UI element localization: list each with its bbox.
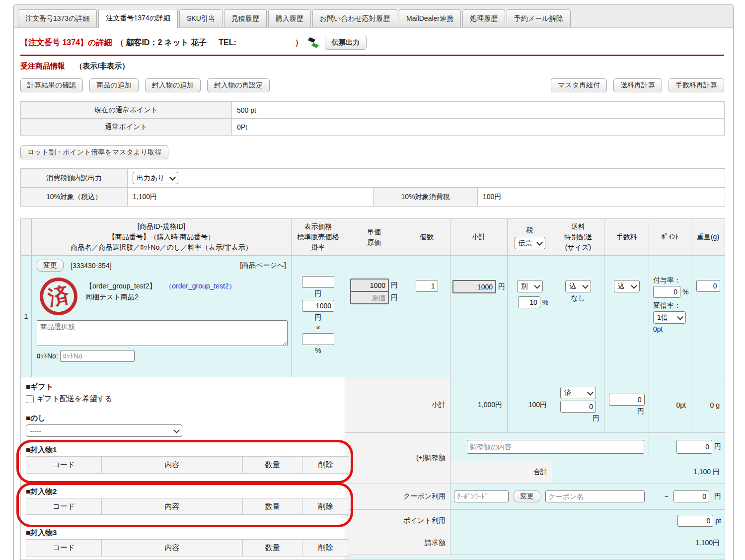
fee-mode-select[interactable]: 込 [614,280,640,292]
lot-no-input[interactable] [60,350,135,362]
tab-quote-history[interactable]: 見積履歴 [224,9,267,27]
cost-input[interactable] [350,291,389,304]
point-multiplier-select[interactable]: 1倍 [653,311,686,324]
master-relink-button[interactable]: マスタ再紐付 [551,78,607,92]
fee-cell: 込 [604,256,649,377]
add-enclosure-button[interactable]: 封入物の追加 [145,78,201,92]
point-use-label: ポイント利用 [345,509,450,532]
adjust-amount-input[interactable] [676,440,712,454]
tab-order-1373[interactable]: 注文番号1373の詳細 [18,9,97,27]
percent-unit: % [542,298,548,306]
enc-content-header: 内容 [102,498,243,515]
col-fee-header: 手数料 [604,219,649,256]
enc-content-header: 内容 [102,540,243,557]
display-toggle[interactable]: （表示/非表示） [75,62,129,70]
yen-unit: 円 [637,407,644,416]
adjustment-input-cell [450,433,649,461]
adjust-content-input[interactable] [467,440,644,454]
customer-info: 顧客ID：2 ネット 花子 [126,38,207,48]
tax-output-value: 出力あり [137,174,165,183]
tab-process-history[interactable]: 処理履歴 [462,9,505,27]
enclosure3-heading: ■封入物3 [26,528,340,538]
table-row: 現在の通常ポイント 500 pt [21,102,725,119]
summary-shipping-cell: 済 円 [552,377,604,433]
tab-inquiry-history[interactable]: お問い合わせ応対履歴 [312,9,397,27]
red-divider [20,55,724,56]
tab-reserve-mail-cancel[interactable]: 予約メール解除 [507,9,571,27]
tab-maildealer[interactable]: MailDealer連携 [399,9,461,27]
chevron-down-icon [587,389,594,396]
yen-unit: 円 [315,313,322,322]
order-group-link[interactable]: （order_group_test2） [165,282,235,290]
chevron-down-icon [582,282,589,289]
unit-price-input[interactable] [350,279,389,292]
rate-input[interactable] [302,333,334,345]
calc-confirm-button[interactable]: 計算結果の確認 [20,78,83,92]
tab-order-1374[interactable]: 注文番号1374の詳細 [98,9,177,28]
coupon-change-button[interactable]: 変更 [514,490,540,502]
partial-row-cell [345,555,725,560]
enc-content-header: 内容 [102,457,243,474]
enc-qty-header: 数量 [243,457,302,474]
coupon-name-input[interactable] [545,490,645,502]
adjustment-label: (±)調整額 [345,433,450,484]
tab-sku[interactable]: SKU引当 [179,9,223,27]
subtotal-input[interactable] [452,280,496,293]
fee-recalc-button[interactable]: 手数料再計算 [669,78,724,92]
tax-output-select[interactable]: 出力あり [133,172,178,184]
lot-master-button[interactable]: ロット割・ポイント倍率をマスタより取得 [20,145,168,159]
option-textarea[interactable] [37,320,288,346]
consumption-tax-value: 100円 [478,188,725,207]
gift-checkbox[interactable] [26,395,34,403]
product-row: 1 変更 [333430-354] [商品ページへ] 済 【order_grou… [21,256,725,377]
normal-point-label: 通常ポイント [21,119,232,136]
multiply-sign: × [316,324,320,332]
taxable-label: 10%対象（税込） [21,188,128,207]
chevron-down-icon [173,427,180,433]
paren-close: ） [295,38,303,48]
yen-unit: 円 [714,442,721,451]
summary-fee-cell: 円 [604,377,649,433]
weight-input[interactable] [696,280,720,292]
tax-rate-input[interactable] [518,296,540,308]
enc-qty-header: 数量 [243,540,302,557]
product-page-link[interactable]: [商品ページへ] [240,261,286,270]
qty-cell [403,256,450,377]
shipping-recalc-button[interactable]: 送料再計算 [613,78,662,92]
shipping-status-select[interactable]: 済 [560,387,596,399]
reset-enclosure-button[interactable]: 封入物の再設定 [207,78,270,92]
change-product-button[interactable]: 変更 [37,260,64,272]
enclosure1-table: コード 内容 数量 削除 [26,456,349,474]
subtotal-cell: 円 [450,256,508,377]
enc-qty-header: 数量 [243,498,302,515]
coupon-code-input[interactable] [454,490,509,502]
ship-adjust-input[interactable] [560,401,596,413]
shipping-note: なし [571,294,586,303]
tel-label: TEL: [219,38,236,47]
billing-label: 請求額 [345,532,450,555]
brand-logo-icon [308,37,319,48]
col-point-header: ﾎﾟｲﾝﾄ [649,219,691,256]
col-tax-header: 税 伝票 [508,219,552,256]
grid-header-row: [商品ID-規格ID] 【商品番号】（購入時-商品番号） 商品名／商品選択肢／ﾛ… [21,219,725,256]
grant-rate-input[interactable] [653,286,680,298]
tax-mode-select[interactable]: 別 [517,280,543,292]
chevron-down-icon [677,314,683,320]
slip-output-button[interactable]: 伝票出力 [325,36,367,50]
noshi-select[interactable]: ----- [26,424,182,437]
standard-price-input[interactable] [302,300,334,312]
point-use-input[interactable] [677,515,713,527]
toolbar-right: マスタ再紐付 送料再計算 手数料再計算 [551,78,724,92]
add-product-button[interactable]: 商品の追加 [89,78,138,92]
table-row: 通常ポイント 0Pt [21,119,725,136]
order-header: 【注文番号 1374】の詳細 （ 顧客ID：2 ネット 花子 TEL: ） 伝票… [20,36,724,50]
current-point-label: 現在の通常ポイント [21,102,232,119]
tab-purchase-history[interactable]: 購入履歴 [268,9,311,27]
coupon-amount-input[interactable] [673,490,709,502]
billing-value: 1,100円 [450,532,725,555]
qty-input[interactable] [416,280,438,292]
slip-tax-select[interactable]: 伝票 [515,237,545,249]
display-price-input[interactable] [302,276,334,288]
fee-adjust-input[interactable] [609,394,645,406]
shipping-mode-select[interactable]: 込 [565,280,591,292]
